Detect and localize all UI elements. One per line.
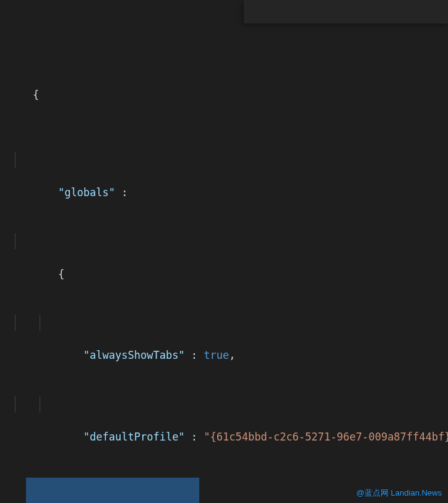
- json-string: "{61c54bbd-c2c6-5271-96e7-009a87ff44bf}": [204, 431, 448, 443]
- code-editor[interactable]: { "globals" : { "alwaysShowTabs" : true,…: [0, 0, 448, 503]
- watermark: @蓝点网 Landian.News: [356, 487, 442, 499]
- json-key: "alwaysShowTabs": [84, 349, 185, 361]
- json-key: "globals": [58, 186, 115, 199]
- selection-highlight: [26, 478, 199, 503]
- json-bool: true: [204, 349, 229, 361]
- floating-panel: [244, 0, 448, 24]
- json-key: "defaultProfile": [84, 431, 185, 443]
